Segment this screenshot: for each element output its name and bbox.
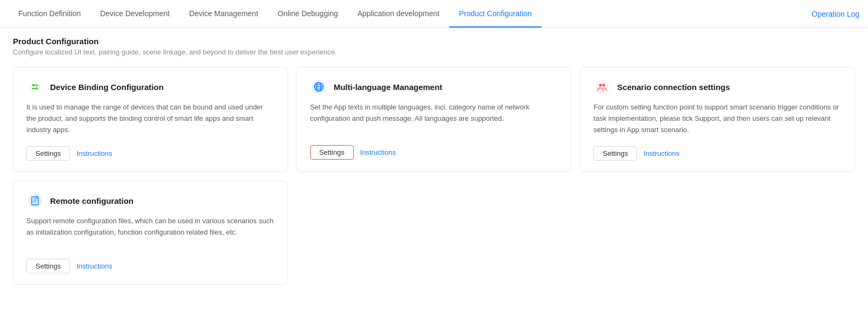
card-scenario-connection-title: Scenario connection settings: [617, 83, 730, 92]
svg-point-0: [28, 80, 42, 94]
card-remote-configuration-title: Remote configuration: [50, 196, 134, 205]
cards-row-1: Device Binding Configuration It is used …: [13, 67, 855, 172]
main-content: Device Binding Configuration It is used …: [0, 63, 868, 306]
card-device-binding-description: It is used to manage the range of device…: [26, 102, 275, 135]
card-remote-configuration: Remote configuration Support remote conf…: [13, 181, 288, 285]
page-subtitle: Configure localized UI text, pairing gui…: [13, 48, 855, 56]
page-title: Product Configuration: [13, 37, 855, 46]
card-scenario-connection-actions: Settings Instructions: [593, 146, 842, 161]
operation-log-link[interactable]: Operation Log: [811, 10, 859, 18]
multi-language-settings-button[interactable]: Settings: [310, 145, 354, 160]
scenario-connection-icon: [593, 78, 611, 95]
card-device-binding-header: Device Binding Configuration: [26, 78, 275, 95]
svg-point-9: [603, 84, 605, 87]
card-multi-language-description: Set the App texts in multiple languages,…: [310, 102, 558, 134]
cards-row-2: Remote configuration Support remote conf…: [13, 181, 855, 285]
tab-application-development[interactable]: Application development: [348, 0, 450, 28]
nav-bar: Function Definition Device Development D…: [0, 0, 868, 28]
remote-configuration-icon: [26, 192, 44, 209]
remote-configuration-instructions-button[interactable]: Instructions: [76, 262, 112, 270]
card-remote-configuration-header: Remote configuration: [26, 192, 274, 209]
device-binding-icon: [26, 78, 44, 95]
remote-configuration-settings-button[interactable]: Settings: [26, 259, 70, 273]
card-device-binding: Device Binding Configuration It is used …: [13, 67, 288, 172]
svg-point-8: [599, 84, 602, 87]
device-binding-instructions-button[interactable]: Instructions: [76, 149, 112, 157]
scenario-connection-settings-button[interactable]: Settings: [593, 146, 637, 161]
card-multi-language: Multi-language Management Set the App te…: [297, 67, 572, 172]
card-multi-language-title: Multi-language Management: [334, 83, 443, 92]
card-remote-configuration-description: Support remote configuration files, whic…: [26, 216, 274, 248]
card-scenario-connection: Scenario connection settings For custom …: [580, 67, 855, 172]
card-device-binding-actions: Settings Instructions: [26, 146, 275, 161]
nav-tabs: Function Definition Device Development D…: [9, 0, 542, 28]
card-scenario-connection-description: For custom setting function point to sup…: [593, 102, 842, 135]
card-remote-configuration-actions: Settings Instructions: [26, 259, 274, 273]
card-device-binding-title: Device Binding Configuration: [50, 83, 164, 92]
card-scenario-connection-header: Scenario connection settings: [593, 78, 842, 95]
device-binding-settings-button[interactable]: Settings: [26, 146, 70, 161]
page-header: Product Configuration Configure localize…: [0, 28, 868, 63]
tab-function-definition[interactable]: Function Definition: [9, 0, 90, 28]
multi-language-instructions-button[interactable]: Instructions: [360, 148, 396, 156]
scenario-connection-instructions-button[interactable]: Instructions: [643, 149, 679, 157]
tab-product-configuration[interactable]: Product Configuration: [449, 0, 541, 28]
svg-point-7: [595, 80, 609, 94]
card-multi-language-actions: Settings Instructions: [310, 145, 558, 160]
tab-device-management[interactable]: Device Management: [179, 0, 268, 28]
card-multi-language-header: Multi-language Management: [310, 78, 558, 95]
tab-online-debugging[interactable]: Online Debugging: [268, 0, 348, 28]
tab-device-development[interactable]: Device Development: [90, 0, 179, 28]
multi-language-icon: [310, 78, 327, 95]
